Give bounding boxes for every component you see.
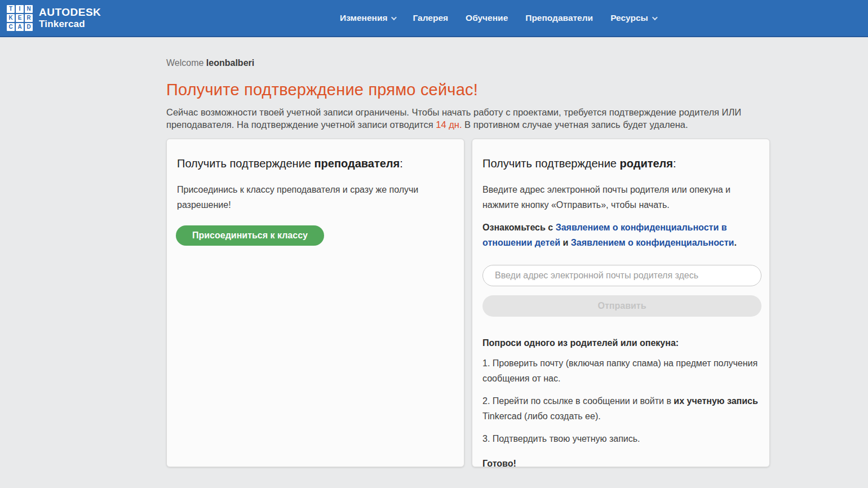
nav-item-gallery[interactable]: Галерея	[413, 13, 448, 23]
title-text: Получить подтверждение	[177, 157, 315, 170]
join-class-button[interactable]: Присоединиться к классу	[176, 225, 324, 246]
logo-tile: A	[16, 23, 24, 31]
parent-card-title: Получить подтверждение родителя:	[482, 157, 759, 170]
step-bold-text: их учетную запись	[674, 396, 758, 406]
logo-tile: C	[7, 23, 15, 31]
page-title: Получите подтверждение прямо сейчас!	[166, 81, 770, 99]
done-text: Готово!	[482, 459, 759, 469]
logo-tile: R	[25, 14, 33, 22]
parent-confirmation-card: Получить подтверждение родителя: Введите…	[472, 139, 770, 467]
title-text: :	[400, 157, 403, 170]
title-bold-text: преподавателя	[315, 157, 400, 170]
username: leonbalberi	[206, 58, 254, 68]
steps-heading: Попроси одного из родителей или опекуна:	[482, 338, 759, 348]
title-text: Получить подтверждение	[482, 157, 620, 170]
nav-item-teachers[interactable]: Преподаватели	[525, 13, 593, 23]
privacy-text: и	[560, 238, 571, 247]
logo-tile: K	[7, 14, 15, 22]
step-text: Tinkercad (либо создать ее).	[482, 411, 601, 421]
privacy-statement-paragraph: Ознакомьтесь с Заявлением о конфиденциал…	[482, 220, 756, 250]
logo-tile: I	[16, 5, 24, 13]
confirmation-cards: Получить подтверждение преподавателя: Пр…	[166, 139, 770, 467]
logo-tile: T	[7, 5, 15, 13]
tinkercad-logo[interactable]: T I N K E R C A D AUTODESK Tinkercad	[7, 5, 101, 31]
title-text: :	[673, 157, 676, 170]
top-navbar: T I N K E R C A D AUTODESK Tinkercad Изм…	[0, 0, 868, 37]
step-1: 1. Проверить почту (включая папку спама)…	[482, 356, 760, 386]
step-2: 2. Перейти по ссылке в сообщении и войти…	[482, 393, 760, 424]
teacher-confirmation-card: Получить подтверждение преподавателя: Пр…	[166, 139, 464, 467]
step-3: 3. Подтвердить твою учетную запись.	[482, 431, 760, 446]
nav-item-learn[interactable]: Обучение	[466, 13, 508, 23]
send-button[interactable]: Отправить	[482, 295, 761, 317]
privacy-text: .	[734, 238, 736, 247]
teacher-card-description: Присоединись к классу преподавателя и ср…	[177, 182, 450, 212]
main-navigation: Изменения Галерея Обучение Преподаватели…	[340, 0, 656, 36]
tinkercad-logo-icon: T I N K E R C A D	[7, 5, 33, 31]
nav-item-changes[interactable]: Изменения	[340, 13, 395, 23]
nav-item-label: Преподаватели	[525, 13, 593, 23]
privacy-text: Ознакомьтесь с	[482, 223, 556, 232]
deadline-highlight: 14 дн.	[436, 119, 462, 130]
nav-item-label: Галерея	[413, 13, 448, 23]
logo-tile: E	[16, 14, 24, 22]
tinkercad-wordmark: Tinkercad	[39, 19, 101, 30]
logo-tile: N	[25, 5, 33, 13]
intro-text: В противном случае учетная запись будет …	[462, 119, 688, 130]
intro-paragraph: Сейчас возможности твоей учетной записи …	[166, 107, 770, 131]
nav-item-label: Обучение	[466, 13, 508, 23]
privacy-statement-link[interactable]: Заявлением о конфиденциальности	[571, 238, 734, 247]
nav-item-label: Ресурсы	[610, 13, 648, 23]
title-bold-text: родителя	[620, 157, 673, 170]
welcome-prefix: Welcome	[166, 58, 206, 68]
step-text: 2. Перейти по ссылке в сообщении и войти…	[482, 396, 674, 406]
autodesk-wordmark: AUTODESK	[39, 6, 101, 19]
parent-email-input[interactable]	[482, 265, 761, 286]
nav-item-resources[interactable]: Ресурсы	[610, 13, 656, 23]
brand-wordmark: AUTODESK Tinkercad	[39, 6, 101, 29]
parent-card-description: Введите адрес электронной почты родителя…	[482, 182, 756, 212]
page-content: Welcome leonbalberi Получите подтвержден…	[0, 58, 770, 467]
chevron-down-icon	[652, 15, 658, 20]
logo-tile: D	[25, 23, 33, 31]
chevron-down-icon	[391, 15, 397, 20]
nav-item-label: Изменения	[340, 13, 387, 23]
teacher-card-title: Получить подтверждение преподавателя:	[177, 157, 454, 170]
welcome-line: Welcome leonbalberi	[166, 58, 770, 68]
